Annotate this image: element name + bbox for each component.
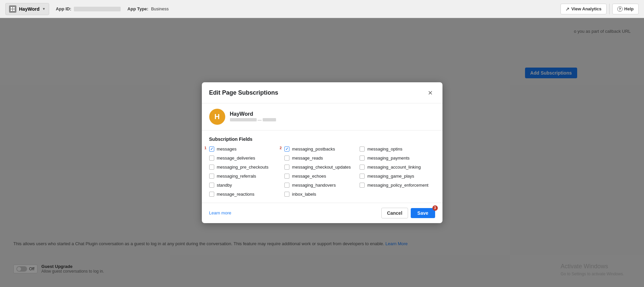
app-type-value: Business bbox=[151, 6, 169, 11]
checkbox-item-messaging-optins: messaging_optins bbox=[360, 147, 435, 152]
save-button-wrapper: Save 3 bbox=[411, 208, 435, 218]
edit-subscriptions-modal: Edit Page Subscriptions ✕ H HayWord — Su… bbox=[202, 82, 442, 223]
view-analytics-label: View Analytics bbox=[571, 6, 602, 11]
checkbox-item-messaging-referrals: messaging_referrals bbox=[209, 174, 284, 179]
analytics-icon: ↗ bbox=[565, 6, 569, 12]
save-badge: 3 bbox=[432, 205, 438, 211]
app-profile-section: H HayWord — bbox=[202, 103, 442, 130]
label-message-echoes: message_echoes bbox=[292, 174, 326, 179]
checkbox-item-messaging-handovers: messaging_handovers bbox=[284, 183, 360, 188]
checkbox-item-messaging-pre-checkouts: messaging_pre_checkouts bbox=[209, 165, 284, 170]
svg-rect-3 bbox=[13, 9, 15, 11]
footer-buttons: Cancel Save 3 bbox=[381, 208, 435, 218]
help-button[interactable]: ? Help bbox=[612, 4, 639, 14]
modal-footer: Learn more Cancel Save 3 bbox=[202, 203, 442, 223]
checkbox-item-messaging-postbacks: 2 messaging_postbacks bbox=[284, 147, 360, 152]
label-messaging-handovers: messaging_handovers bbox=[292, 183, 336, 188]
checkbox-messaging-payments[interactable] bbox=[360, 156, 365, 161]
badge-2: 2 bbox=[280, 146, 282, 150]
help-circle-icon: ? bbox=[617, 6, 623, 12]
checkbox-item-messages: 1 messages bbox=[209, 147, 284, 152]
label-messaging-referrals: messaging_referrals bbox=[217, 174, 256, 179]
checkbox-message-reads[interactable] bbox=[284, 156, 289, 161]
svg-rect-1 bbox=[13, 7, 15, 9]
cancel-button[interactable]: Cancel bbox=[381, 208, 408, 218]
checkbox-item-message-echoes: message_echoes bbox=[284, 174, 360, 179]
label-messaging-game-plays: messaging_game_plays bbox=[367, 174, 414, 179]
app-type-section: App Type: Business bbox=[127, 6, 168, 11]
empty-cell bbox=[360, 192, 435, 197]
svg-rect-0 bbox=[11, 7, 12, 9]
subscription-fields-title: Subscription Fields bbox=[209, 136, 435, 142]
app-profile-name: HayWord bbox=[230, 111, 276, 117]
checkbox-messages[interactable] bbox=[209, 147, 214, 152]
label-messaging-policy-enforcement: messaging_policy_enforcement bbox=[367, 183, 428, 188]
app-selector[interactable]: HayWord ▼ bbox=[5, 3, 49, 15]
checkbox-item-messaging-policy-enforcement: messaging_policy_enforcement bbox=[360, 183, 435, 188]
checkbox-messaging-policy-enforcement[interactable] bbox=[360, 183, 365, 188]
header-actions: ↗ View Analytics ? Help bbox=[560, 4, 639, 14]
save-button[interactable]: Save bbox=[411, 208, 435, 218]
checkbox-messaging-handovers[interactable] bbox=[284, 183, 289, 188]
checkbox-item-message-deliveries: message_deliveries bbox=[209, 156, 284, 161]
checkbox-messaging-pre-checkouts[interactable] bbox=[209, 165, 214, 170]
label-messaging-checkout-updates: messaging_checkout_updates bbox=[292, 165, 351, 170]
modal-overlay: Edit Page Subscriptions ✕ H HayWord — Su… bbox=[0, 18, 644, 287]
checkbox-messaging-postbacks[interactable] bbox=[284, 147, 289, 152]
checkbox-messaging-account-linking[interactable] bbox=[360, 165, 365, 170]
checkbox-message-echoes[interactable] bbox=[284, 174, 289, 179]
modal-close-button[interactable]: ✕ bbox=[426, 88, 435, 98]
checkbox-item-messaging-account-linking: messaging_account_linking bbox=[360, 165, 435, 170]
checkbox-item-message-reads: message_reads bbox=[284, 156, 360, 161]
checkbox-item-message-reactions: message_reactions bbox=[209, 192, 284, 197]
label-messages: messages bbox=[217, 147, 237, 152]
checkbox-item-messaging-payments: messaging_payments bbox=[360, 156, 435, 161]
label-message-reactions: message_reactions bbox=[217, 192, 255, 197]
checkbox-messaging-referrals[interactable] bbox=[209, 174, 214, 179]
label-messaging-postbacks: messaging_postbacks bbox=[292, 147, 335, 152]
checkbox-standby[interactable] bbox=[209, 183, 214, 188]
label-message-deliveries: message_deliveries bbox=[217, 156, 255, 161]
checkbox-messaging-game-plays[interactable] bbox=[360, 174, 365, 179]
label-message-reads: message_reads bbox=[292, 156, 323, 161]
divider bbox=[609, 4, 610, 14]
app-id-bar2 bbox=[263, 118, 276, 121]
help-label: Help bbox=[624, 6, 634, 11]
checkbox-grid: 1 messages 2 messaging_postbacks messagi… bbox=[209, 147, 435, 197]
checkbox-item-messaging-checkout-updates: messaging_checkout_updates bbox=[284, 165, 360, 170]
checkbox-message-deliveries[interactable] bbox=[209, 156, 214, 161]
header-bar: HayWord ▼ App ID: App Type: Business ↗ V… bbox=[0, 0, 644, 18]
view-analytics-button[interactable]: ↗ View Analytics bbox=[560, 4, 607, 14]
checkbox-item-standby: standby bbox=[209, 183, 284, 188]
modal-body: Subscription Fields 1 messages 2 messagi… bbox=[202, 130, 442, 203]
app-id-section: App ID: bbox=[56, 6, 121, 11]
modal-title: Edit Page Subscriptions bbox=[209, 89, 278, 96]
label-standby: standby bbox=[217, 183, 232, 188]
label-inbox-labels: inbox_labels bbox=[292, 192, 316, 197]
modal-header: Edit Page Subscriptions ✕ bbox=[202, 82, 442, 103]
app-id-value bbox=[74, 7, 121, 11]
app-type-label: App Type: bbox=[127, 6, 148, 11]
badge-1: 1 bbox=[205, 146, 207, 150]
svg-rect-2 bbox=[11, 9, 12, 11]
checkbox-messaging-optins[interactable] bbox=[360, 147, 365, 152]
checkbox-item-inbox-labels: inbox_labels bbox=[284, 192, 360, 197]
label-messaging-account-linking: messaging_account_linking bbox=[367, 165, 421, 170]
app-avatar: H bbox=[209, 109, 225, 125]
checkbox-inbox-labels[interactable] bbox=[284, 192, 289, 197]
checkbox-item-messaging-game-plays: messaging_game_plays bbox=[360, 174, 435, 179]
label-messaging-pre-checkouts: messaging_pre_checkouts bbox=[217, 165, 269, 170]
label-messaging-payments: messaging_payments bbox=[367, 156, 409, 161]
label-messaging-optins: messaging_optins bbox=[367, 147, 402, 152]
app-profile-id: — bbox=[230, 118, 276, 122]
app-id-label: App ID: bbox=[56, 6, 71, 11]
app-name-label: HayWord bbox=[19, 6, 39, 12]
learn-more-link[interactable]: Learn more bbox=[209, 210, 231, 215]
app-id-bar bbox=[230, 118, 257, 121]
chevron-down-icon: ▼ bbox=[42, 7, 45, 11]
checkbox-message-reactions[interactable] bbox=[209, 192, 214, 197]
app-icon bbox=[9, 5, 16, 13]
checkbox-messaging-checkout-updates[interactable] bbox=[284, 165, 289, 170]
